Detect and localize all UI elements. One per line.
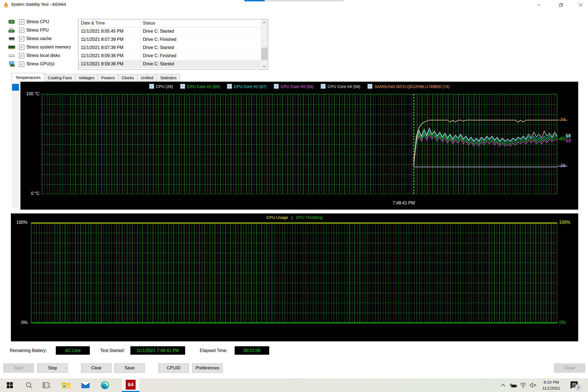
stress-disks-checkbox[interactable]: ✓ <box>19 53 24 58</box>
legend-item-core3: ✓ CPU Core #3 (53) <box>274 84 313 89</box>
close-button[interactable]: Close <box>554 363 585 373</box>
wifi-icon <box>520 382 527 388</box>
stress-memory-checkbox[interactable]: ✓ <box>19 45 24 50</box>
stress-item-gpu[interactable]: ✓ Stress GPU(s) <box>8 60 54 68</box>
log-row[interactable]: 11/1/2021 8:09:38 PM Drive C: Finished <box>78 52 268 60</box>
usage-right-min-label: 0% <box>559 320 565 325</box>
stress-item-cache[interactable]: ✓ Stress cache <box>8 35 51 42</box>
battery-charging-icon <box>509 383 517 388</box>
tab-clocks[interactable]: Clocks <box>118 74 137 81</box>
log-header: Date & Time Status <box>78 19 268 27</box>
mail-button[interactable] <box>79 378 92 392</box>
minimize-button[interactable] <box>531 0 547 10</box>
search-icon <box>26 382 33 389</box>
legend-core2-checkbox[interactable]: ✓ <box>227 84 232 89</box>
temperature-series <box>42 94 557 194</box>
tab-unified[interactable]: Unified <box>137 74 157 81</box>
chart-legend: ✓ CPU (28) ✓ CPU Core #1 (55) ✓ CPU Core… <box>20 84 578 89</box>
log-cell-status: Drive C: Started <box>140 60 254 68</box>
stress-item-fpu[interactable]: 123 ✓ Stress FPU <box>8 26 49 34</box>
legend-item-cpu: ✓ CPU (28) <box>149 84 173 89</box>
stop-button[interactable]: Stop <box>37 363 68 373</box>
legend-ssd-checkbox[interactable]: ✓ <box>367 84 372 89</box>
temp-current-value-53: 53 <box>566 138 571 143</box>
stress-item-memory[interactable]: ✓ Stress system memory <box>8 43 71 51</box>
scroll-up-icon[interactable] <box>261 19 268 26</box>
tab-powers[interactable]: Powers <box>98 74 118 81</box>
legend-core1-label: CPU Core #1 (55) <box>187 84 220 89</box>
log-cell-status: Drive C: Finished <box>140 36 254 44</box>
legend-core3-label: CPU Core #3 (53) <box>281 84 313 89</box>
chart-scroll-thumb[interactable] <box>12 84 19 91</box>
stress-fpu-checkbox[interactable]: ✓ <box>19 28 24 33</box>
temp-current-value-55: 55 <box>560 136 565 142</box>
cpuid-button[interactable]: CPUID <box>158 363 189 373</box>
stress-disks-label: Stress local disks <box>26 53 60 58</box>
tray-clock[interactable]: 8:10 PM 11/1/2021 <box>538 379 565 391</box>
clear-button[interactable]: Clear <box>81 363 112 373</box>
log-cell-datetime: 11/1/2021 8:05:45 PM <box>78 27 140 35</box>
task-view-icon <box>43 382 50 389</box>
close-window-button[interactable] <box>573 0 588 10</box>
file-explorer-button[interactable] <box>60 378 73 392</box>
log-row-selected[interactable]: 11/1/2021 8:09:38 PM Drive C: Started <box>78 60 268 68</box>
stress-item-cpu[interactable]: ✓ Stress CPU <box>8 18 49 26</box>
tab-statistics[interactable]: Statistics <box>157 74 180 81</box>
windows-logo-icon <box>7 382 13 388</box>
log-cell-datetime: 11/1/2021 8:09:38 PM <box>78 52 140 60</box>
notification-count-badge: 3 <box>575 384 581 391</box>
log-column-date-time[interactable]: Date & Time <box>78 19 140 27</box>
log-row[interactable]: 11/1/2021 8:05:45 PM Drive C: Started <box>78 27 268 36</box>
chart-vertical-scrollbar[interactable] <box>12 84 19 207</box>
cpu-usage-title: CPU Usage <box>267 215 288 220</box>
search-button[interactable] <box>23 378 36 392</box>
save-button[interactable]: Save <box>114 363 145 373</box>
elapsed-time-label: Elapsed Time: <box>200 348 227 353</box>
legend-core3-checkbox[interactable]: ✓ <box>274 84 279 89</box>
tab-temperatures[interactable]: Temperatures <box>11 73 45 81</box>
tab-cooling-fans[interactable]: Cooling Fans <box>44 74 75 81</box>
clock-date: 11/1/2021 <box>538 385 565 391</box>
aida64-taskbar-button[interactable]: 64 <box>122 378 139 392</box>
log-scroll-thumb[interactable] <box>261 48 267 60</box>
stress-gpu-checkbox[interactable]: ✓ <box>19 62 24 67</box>
aida64-app-icon: 64 <box>126 380 136 390</box>
usage-left-min-label: 0% <box>21 320 27 325</box>
log-scrollbar[interactable] <box>261 19 268 69</box>
test-started-value: 11/1/2021 7:48:41 PM <box>130 346 185 355</box>
cache-icon <box>8 36 15 42</box>
tab-voltages[interactable]: Voltages <box>75 74 98 81</box>
legend-cpu-checkbox[interactable]: ✓ <box>149 84 154 89</box>
log-row[interactable]: 11/1/2021 8:07:39 PM Drive C: Finished <box>78 36 268 44</box>
log-column-status[interactable]: Status <box>140 19 254 27</box>
edge-button[interactable] <box>99 378 112 392</box>
cpu-icon <box>8 19 15 25</box>
log-row[interactable]: 11/1/2021 8:07:39 PM Drive C: Started <box>78 44 268 52</box>
legend-core4-label: CPU Core #4 (58) <box>327 84 360 89</box>
log-cell-datetime: 11/1/2021 8:07:39 PM <box>78 36 140 44</box>
file-explorer-icon <box>62 381 71 389</box>
cpu-throttling-title: CPU Throttling <box>296 215 323 220</box>
task-view-button[interactable] <box>40 378 53 392</box>
temp-current-value-74: 74 <box>560 117 565 122</box>
test-progress-bar <box>244 0 344 1</box>
fpu-icon: 123 <box>8 27 15 33</box>
svg-text:123: 123 <box>9 27 13 30</box>
elapsed-time-value: 00:22:06 <box>235 346 269 355</box>
legend-item-core4: ✓ CPU Core #4 (58) <box>321 84 360 89</box>
chevron-up-icon <box>501 384 506 387</box>
edge-icon <box>101 381 109 390</box>
start-button[interactable]: Start <box>3 363 34 373</box>
preferences-button[interactable]: Preferences <box>192 363 223 373</box>
restore-button[interactable] <box>553 0 568 10</box>
log-cell-status: Drive C: Started <box>140 44 254 52</box>
stress-item-disks[interactable]: ✓ Stress local disks <box>8 52 60 59</box>
legend-core1-checkbox[interactable]: ✓ <box>180 84 185 89</box>
scroll-down-icon[interactable] <box>261 63 268 69</box>
stress-cpu-checkbox[interactable]: ✓ <box>19 19 24 24</box>
start-menu-button[interactable] <box>3 378 16 392</box>
legend-core4-checkbox[interactable]: ✓ <box>321 84 326 89</box>
log-cell-datetime: 11/1/2021 8:09:38 PM <box>78 60 140 68</box>
stress-cache-checkbox[interactable]: ✓ <box>19 36 24 41</box>
legend-core2-label: CPU Core #2 (57) <box>234 84 267 89</box>
